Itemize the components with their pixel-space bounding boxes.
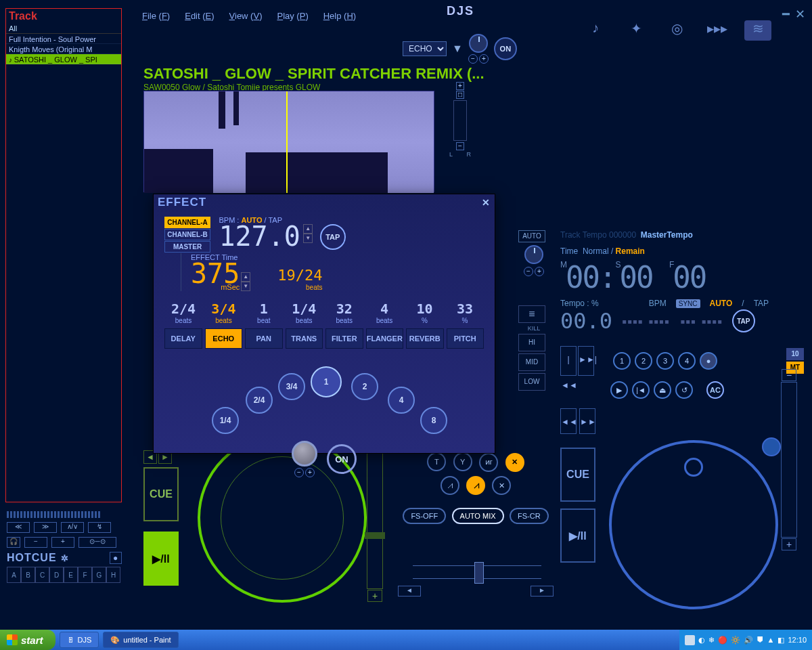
shuffle-icon[interactable]: ✦ [623,20,650,41]
deck-b-play-button[interactable]: ▶/ll [560,508,595,563]
play-icon[interactable]: ▶ [610,381,628,399]
minus-icon[interactable]: − [782,369,796,381]
tray-icon-8[interactable]: ◧ [777,636,784,645]
crossfader-left[interactable]: ◄ [398,586,421,597]
beat-1[interactable]: 1beat [245,301,283,324]
beat-34[interactable]: 3/4beats [204,301,242,324]
beat-14[interactable]: 1/4beats [285,301,323,324]
arc-14[interactable]: 1/4 [212,407,239,434]
fx-knob-minus-icon[interactable]: − [294,468,304,477]
loop-button[interactable]: ∧/∨ [61,522,84,533]
vol-minus-icon[interactable]: − [456,142,464,150]
effect-close-button[interactable]: ✕ [482,197,491,208]
fx-delay[interactable]: DELAY [164,328,202,349]
tray-icon-1[interactable]: ◐ [698,636,705,645]
beat-10pct[interactable]: 10% [406,301,444,324]
gear-icon[interactable]: ✲ [61,553,69,563]
track-row[interactable]: Knigth Moves (Original M [6,44,121,54]
auto-plus-icon[interactable]: + [535,267,544,276]
arc-8[interactable]: 8 [420,407,447,434]
auto-mode-label[interactable]: AUTO [710,299,733,308]
effect-on-button[interactable]: ON [327,444,357,474]
channel-b-button[interactable]: CHANNEL-B [164,229,210,240]
close-icon[interactable]: ✕ [795,7,805,22]
fs-off-button[interactable]: FS-OFF [403,508,446,524]
menu-file[interactable]: File (F) [142,11,170,21]
deck-a-play-button[interactable]: ▶/ll [143,532,179,586]
auto-knob[interactable] [524,245,543,264]
fx-reverb[interactable]: REVERB [406,328,444,349]
vol-plus-button[interactable]: + [51,537,74,548]
arc-24[interactable]: 2/4 [246,387,273,414]
wave-view-button[interactable]: ≡ [518,305,545,323]
taskbar-item-djs[interactable]: 🎚 DJS [60,632,99,648]
hotcue-b[interactable]: B [21,567,35,583]
auto-minus-icon[interactable]: − [524,267,533,276]
deck-b-jog-wheel[interactable] [609,440,778,609]
ac-button[interactable]: AC [706,381,724,399]
knob-plus-icon[interactable]: + [479,54,489,64]
knob-minus-icon[interactable]: − [468,54,478,64]
time-up-icon[interactable]: ▲ [241,272,250,282]
nudge-back-button[interactable]: ≪ [7,522,30,533]
tray-icon-5[interactable]: 🔊 [744,636,753,645]
fx-trans[interactable]: TRANS [286,328,323,349]
keyboard-icon[interactable] [685,635,695,645]
menu-edit[interactable]: Edit (E) [185,11,214,21]
vinyl-mode-icon[interactable] [762,437,781,456]
minimize-icon[interactable]: ━ [782,7,790,22]
deck-b-rewind[interactable]: ◄◄ [560,408,577,434]
fx-knob-plus-icon[interactable]: + [305,468,315,477]
hotcue-record[interactable]: ● [700,352,717,370]
hotcue-f[interactable]: F [78,567,92,583]
beat-4[interactable]: 4beats [365,301,403,324]
waveform-display[interactable] [143,91,434,192]
eject-icon[interactable]: ⏏ [654,381,671,399]
fast-forward-icon[interactable]: ▸▸▸ [704,20,731,41]
bpm-down-icon[interactable]: ▼ [303,234,313,243]
effect-tap-button[interactable]: TAP [320,224,346,250]
nudge-fwd-button[interactable]: ≫ [34,522,57,533]
tray-icon-7[interactable]: ▲ [767,636,775,644]
mixer-btn-x2[interactable]: ✕ [492,476,511,495]
bpm-up-icon[interactable]: ▲ [303,224,313,234]
taskbar-item-paint[interactable]: 🎨 untitled - Paint [103,632,178,648]
hotcue-3[interactable]: 3 [656,352,674,370]
dropdown-icon[interactable]: ▼ [452,43,463,55]
mono-stereo-button[interactable]: ⊙─⊙ [78,537,116,548]
taskbar-clock[interactable]: 12:10 [788,636,807,644]
fx-echo[interactable]: ECHO [205,328,243,349]
deck-b-tempo-slider[interactable]: − + [781,382,797,538]
channel-master-button[interactable]: MASTER [164,241,210,253]
loop-icon[interactable]: ↺ [675,381,693,399]
record-icon[interactable]: ● [110,552,122,564]
hotcue-4[interactable]: 4 [678,352,696,370]
hotcue-a[interactable]: A [7,567,21,583]
arc-34[interactable]: 3/4 [278,373,305,400]
kill-mid-button[interactable]: MID [518,353,545,371]
plus-icon[interactable]: + [367,590,382,602]
hotcue-g[interactable]: G [92,567,106,583]
fx-filter[interactable]: FILTER [325,328,363,349]
music-note-icon[interactable]: ♪ [582,20,609,41]
beat-24[interactable]: 2/4beats [164,301,202,324]
tray-icon-4[interactable]: 🔆 [731,636,740,645]
deck-b-tap-button[interactable]: TAP [732,309,755,332]
top-effect-knob[interactable] [469,34,488,53]
deck-b-ffwd[interactable]: ►► [579,408,595,434]
effect-level-knob[interactable] [292,441,317,467]
time-mode-toggle[interactable]: Time Normal / Remain [560,246,804,256]
deck-b-cue-button[interactable]: CUE [560,448,595,502]
beat-33pct[interactable]: 33% [446,301,484,324]
time-down-icon[interactable]: ▼ [241,282,250,291]
hotcue-e[interactable]: E [64,567,78,583]
sync-badge[interactable]: SYNC [676,299,700,308]
kill-hi-button[interactable]: HI [518,334,545,351]
arc-2[interactable]: 2 [351,373,378,400]
fx-pitch[interactable]: PITCH [447,328,484,349]
fx-flanger[interactable]: FLANGER [366,328,404,349]
auto-badge[interactable]: AUTO [518,230,545,242]
plus-icon[interactable]: + [782,538,796,550]
deck-b-prev-track[interactable]: |◄◄ [560,346,577,376]
menu-play[interactable]: Play (P) [277,11,308,21]
